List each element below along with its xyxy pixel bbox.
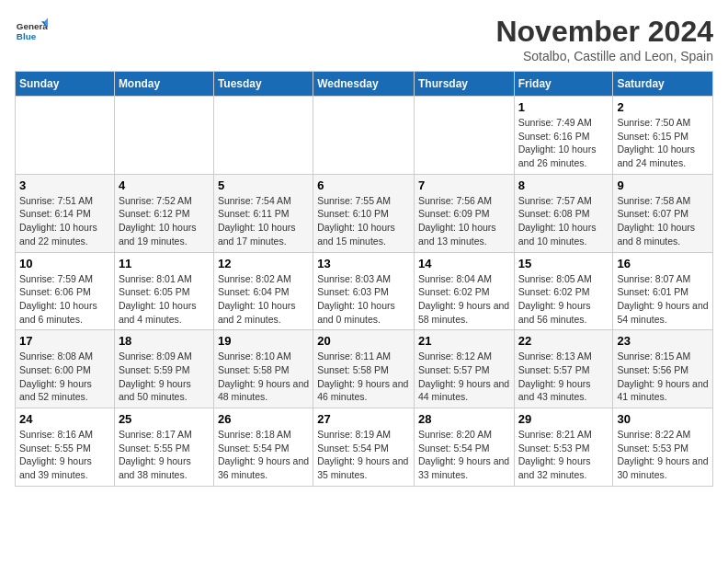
day-info: Sunrise: 8:11 AM Sunset: 5:58 PM Dayligh… (317, 350, 410, 404)
header-wednesday: Wednesday (313, 72, 415, 97)
day-number: 2 (617, 100, 709, 114)
calendar-cell: 18Sunrise: 8:09 AM Sunset: 5:59 PM Dayli… (114, 330, 213, 408)
day-info: Sunrise: 7:56 AM Sunset: 6:09 PM Dayligh… (418, 194, 510, 248)
day-info: Sunrise: 8:18 AM Sunset: 5:54 PM Dayligh… (218, 428, 309, 482)
calendar-cell: 10Sunrise: 7:59 AM Sunset: 6:06 PM Dayli… (16, 252, 115, 330)
day-number: 4 (119, 178, 210, 192)
calendar-cell: 8Sunrise: 7:57 AM Sunset: 6:08 PM Daylig… (514, 174, 613, 252)
logo-icon: General Blue (15, 15, 48, 48)
page-header: General Blue November 2024 Sotalbo, Cast… (15, 15, 713, 63)
day-info: Sunrise: 8:22 AM Sunset: 5:53 PM Dayligh… (617, 428, 709, 482)
calendar-cell: 16Sunrise: 8:07 AM Sunset: 6:01 PM Dayli… (613, 252, 713, 330)
calendar-cell: 14Sunrise: 8:04 AM Sunset: 6:02 PM Dayli… (414, 252, 514, 330)
day-info: Sunrise: 8:02 AM Sunset: 6:04 PM Dayligh… (218, 272, 309, 327)
day-number: 1 (518, 100, 609, 114)
calendar-cell: 22Sunrise: 8:13 AM Sunset: 5:57 PM Dayli… (514, 330, 613, 408)
calendar-cell (414, 97, 514, 175)
calendar-cell: 25Sunrise: 8:17 AM Sunset: 5:55 PM Dayli… (114, 408, 213, 487)
month-title: November 2024 (495, 15, 713, 49)
day-number: 16 (617, 257, 709, 270)
day-number: 25 (119, 412, 210, 426)
calendar-body: 1Sunrise: 7:49 AM Sunset: 6:16 PM Daylig… (16, 97, 713, 487)
calendar-cell: 30Sunrise: 8:22 AM Sunset: 5:53 PM Dayli… (613, 408, 713, 487)
day-number: 18 (119, 334, 210, 348)
calendar-cell: 1Sunrise: 7:49 AM Sunset: 6:16 PM Daylig… (514, 97, 613, 175)
logo: General Blue (15, 15, 48, 48)
calendar-cell: 6Sunrise: 7:55 AM Sunset: 6:10 PM Daylig… (313, 174, 415, 252)
week-row-2: 3Sunrise: 7:51 AM Sunset: 6:14 PM Daylig… (16, 174, 713, 252)
day-info: Sunrise: 8:09 AM Sunset: 5:59 PM Dayligh… (119, 350, 210, 404)
calendar-cell: 23Sunrise: 8:15 AM Sunset: 5:56 PM Dayli… (613, 330, 713, 408)
day-info: Sunrise: 7:50 AM Sunset: 6:15 PM Dayligh… (617, 116, 709, 170)
day-number: 5 (218, 178, 309, 192)
day-info: Sunrise: 8:20 AM Sunset: 5:54 PM Dayligh… (418, 428, 510, 482)
day-info: Sunrise: 8:17 AM Sunset: 5:55 PM Dayligh… (119, 428, 210, 482)
day-info: Sunrise: 8:05 AM Sunset: 6:02 PM Dayligh… (518, 272, 609, 327)
header-thursday: Thursday (414, 72, 514, 97)
header-friday: Friday (514, 72, 613, 97)
calendar-cell: 12Sunrise: 8:02 AM Sunset: 6:04 PM Dayli… (213, 252, 313, 330)
calendar-cell: 5Sunrise: 7:54 AM Sunset: 6:11 PM Daylig… (213, 174, 313, 252)
day-info: Sunrise: 7:58 AM Sunset: 6:07 PM Dayligh… (617, 194, 709, 248)
calendar-cell: 13Sunrise: 8:03 AM Sunset: 6:03 PM Dayli… (313, 252, 415, 330)
calendar-cell: 28Sunrise: 8:20 AM Sunset: 5:54 PM Dayli… (414, 408, 514, 487)
calendar-cell: 7Sunrise: 7:56 AM Sunset: 6:09 PM Daylig… (414, 174, 514, 252)
day-info: Sunrise: 8:04 AM Sunset: 6:02 PM Dayligh… (418, 272, 510, 327)
day-info: Sunrise: 8:03 AM Sunset: 6:03 PM Dayligh… (317, 272, 410, 327)
day-number: 21 (418, 334, 510, 348)
day-info: Sunrise: 7:55 AM Sunset: 6:10 PM Dayligh… (317, 194, 410, 248)
header-tuesday: Tuesday (213, 72, 313, 97)
day-number: 6 (317, 178, 410, 192)
day-info: Sunrise: 7:57 AM Sunset: 6:08 PM Dayligh… (518, 194, 609, 248)
day-info: Sunrise: 8:07 AM Sunset: 6:01 PM Dayligh… (617, 272, 709, 327)
day-number: 15 (518, 257, 609, 270)
calendar-cell: 19Sunrise: 8:10 AM Sunset: 5:58 PM Dayli… (213, 330, 313, 408)
day-number: 3 (19, 178, 110, 192)
header-saturday: Saturday (613, 72, 713, 97)
week-row-1: 1Sunrise: 7:49 AM Sunset: 6:16 PM Daylig… (16, 97, 713, 175)
calendar-cell (16, 97, 115, 175)
day-info: Sunrise: 7:52 AM Sunset: 6:12 PM Dayligh… (119, 194, 210, 248)
location-title: Sotalbo, Castille and Leon, Spain (495, 49, 713, 63)
calendar-cell: 9Sunrise: 7:58 AM Sunset: 6:07 PM Daylig… (613, 174, 713, 252)
calendar-cell: 2Sunrise: 7:50 AM Sunset: 6:15 PM Daylig… (613, 97, 713, 175)
day-number: 7 (418, 178, 510, 192)
day-number: 26 (218, 412, 309, 426)
day-info: Sunrise: 8:10 AM Sunset: 5:58 PM Dayligh… (218, 350, 309, 404)
day-number: 28 (418, 412, 510, 426)
calendar-cell: 15Sunrise: 8:05 AM Sunset: 6:02 PM Dayli… (514, 252, 613, 330)
day-info: Sunrise: 7:54 AM Sunset: 6:11 PM Dayligh… (218, 194, 309, 248)
svg-text:Blue: Blue (17, 31, 37, 41)
calendar-cell (313, 97, 415, 175)
day-info: Sunrise: 8:13 AM Sunset: 5:57 PM Dayligh… (518, 350, 609, 404)
day-number: 23 (617, 334, 709, 348)
day-info: Sunrise: 8:19 AM Sunset: 5:54 PM Dayligh… (317, 428, 410, 482)
calendar-cell: 4Sunrise: 7:52 AM Sunset: 6:12 PM Daylig… (114, 174, 213, 252)
day-info: Sunrise: 8:21 AM Sunset: 5:53 PM Dayligh… (518, 428, 609, 482)
day-number: 24 (19, 412, 110, 426)
day-number: 11 (119, 257, 210, 270)
day-number: 19 (218, 334, 309, 348)
header-sunday: Sunday (16, 72, 115, 97)
day-info: Sunrise: 7:59 AM Sunset: 6:06 PM Dayligh… (19, 272, 110, 327)
week-row-5: 24Sunrise: 8:16 AM Sunset: 5:55 PM Dayli… (16, 408, 713, 487)
calendar-cell (114, 97, 213, 175)
day-info: Sunrise: 8:15 AM Sunset: 5:56 PM Dayligh… (617, 350, 709, 404)
calendar-cell: 24Sunrise: 8:16 AM Sunset: 5:55 PM Dayli… (16, 408, 115, 487)
day-number: 27 (317, 412, 410, 426)
calendar-cell: 21Sunrise: 8:12 AM Sunset: 5:57 PM Dayli… (414, 330, 514, 408)
title-section: November 2024 Sotalbo, Castille and Leon… (495, 15, 713, 63)
header-monday: Monday (114, 72, 213, 97)
calendar-cell: 3Sunrise: 7:51 AM Sunset: 6:14 PM Daylig… (16, 174, 115, 252)
calendar-cell: 29Sunrise: 8:21 AM Sunset: 5:53 PM Dayli… (514, 408, 613, 487)
day-number: 29 (518, 412, 609, 426)
week-row-4: 17Sunrise: 8:08 AM Sunset: 6:00 PM Dayli… (16, 330, 713, 408)
day-info: Sunrise: 7:49 AM Sunset: 6:16 PM Dayligh… (518, 116, 609, 170)
day-info: Sunrise: 7:51 AM Sunset: 6:14 PM Dayligh… (19, 194, 110, 248)
day-number: 30 (617, 412, 709, 426)
calendar-cell (213, 97, 313, 175)
day-info: Sunrise: 8:08 AM Sunset: 6:00 PM Dayligh… (19, 350, 110, 404)
calendar-cell: 27Sunrise: 8:19 AM Sunset: 5:54 PM Dayli… (313, 408, 415, 487)
day-number: 8 (518, 178, 609, 192)
day-info: Sunrise: 8:12 AM Sunset: 5:57 PM Dayligh… (418, 350, 510, 404)
